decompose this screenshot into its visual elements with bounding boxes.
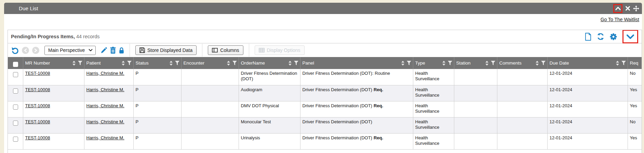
col-header-encounter[interactable]: Encounter xyxy=(181,57,239,69)
filter-icon[interactable] xyxy=(294,61,298,65)
col-header-due-date[interactable]: Due Date xyxy=(547,57,628,69)
req-cell: No xyxy=(628,117,642,133)
encounter-cell xyxy=(181,133,239,149)
refresh-icon[interactable] xyxy=(597,33,604,40)
sort-icon[interactable] xyxy=(616,61,619,66)
req-cell: Yes xyxy=(628,133,642,149)
toolbar: Main Perspective Store Displayed Data Co… xyxy=(8,43,642,57)
panel-cell: Driver Fitness Determination (DOT): Rout… xyxy=(300,69,413,85)
patient-link[interactable]: Harris, Christine M. xyxy=(86,87,124,93)
move-icon[interactable] xyxy=(633,5,639,12)
columns-icon xyxy=(212,48,218,53)
mr-number-link[interactable]: TEST-10008 xyxy=(25,103,50,108)
sort-icon[interactable] xyxy=(485,61,488,66)
col-header-type[interactable]: Type xyxy=(413,57,454,69)
toolbar-divider xyxy=(130,44,130,57)
col-header-patient[interactable]: Patient xyxy=(84,57,133,69)
due-date-cell: 12-01-2024 xyxy=(547,69,628,85)
filter-icon[interactable] xyxy=(541,61,546,65)
new-document-icon[interactable] xyxy=(585,33,591,41)
row-checkbox[interactable] xyxy=(13,88,18,94)
table-row: TEST-10008 Harris, Christine M. P DMV DO… xyxy=(8,101,642,117)
req-cell: Yes xyxy=(628,85,642,101)
filter-icon[interactable] xyxy=(78,61,82,65)
row-checkbox[interactable] xyxy=(13,121,18,126)
col-header-panel[interactable]: Panel xyxy=(300,57,413,69)
select-all-header[interactable] xyxy=(8,57,23,69)
row-checkbox[interactable] xyxy=(13,137,18,142)
sort-icon[interactable] xyxy=(227,61,230,66)
go-to-waitlist-link[interactable]: Go To The Waitlist xyxy=(601,17,639,22)
mr-number-link[interactable]: TEST-10008 xyxy=(25,71,50,76)
filter-icon[interactable] xyxy=(232,61,237,65)
patient-link[interactable]: Harris, Christine M. xyxy=(86,119,124,125)
columns-button[interactable]: Columns xyxy=(208,45,243,55)
patient-link[interactable]: Harris, Christine M. xyxy=(86,103,124,109)
sort-icon[interactable] xyxy=(289,61,292,66)
due-date-cell: 12-01-2024 xyxy=(547,101,628,117)
mr-number-link[interactable]: TEST-10008 xyxy=(25,87,50,92)
sort-icon[interactable] xyxy=(122,61,125,66)
col-header-req[interactable]: Req xyxy=(628,57,642,69)
perspective-select[interactable]: Main Perspective xyxy=(44,46,96,55)
mr-number-link[interactable]: TEST-10008 xyxy=(25,135,50,140)
encounter-cell xyxy=(181,85,239,101)
gear-icon[interactable] xyxy=(610,33,617,40)
expand-highlight-box xyxy=(622,30,638,43)
toolbar-divider xyxy=(249,44,249,57)
section-title: Pending/In Progress Items,44 records xyxy=(11,34,99,39)
undo-icon[interactable] xyxy=(12,47,19,54)
row-checkbox[interactable] xyxy=(13,105,18,110)
station-cell xyxy=(454,101,497,117)
due-list-table: MR Number Patient Status Encounter Order… xyxy=(8,57,642,150)
store-displayed-data-button[interactable]: Store Displayed Data xyxy=(135,45,197,55)
filter-icon[interactable] xyxy=(621,61,626,65)
patient-link[interactable]: Harris, Christine M. xyxy=(86,135,124,141)
toolbar-divider xyxy=(202,44,202,57)
filter-icon[interactable] xyxy=(175,61,179,65)
save-floppy-icon xyxy=(139,47,145,53)
sort-icon[interactable] xyxy=(536,61,539,66)
col-header-ordername[interactable]: OrderName xyxy=(239,57,300,69)
due-list-panel: Due List Go To The Waitlist Pending/In P… xyxy=(4,3,642,153)
chevron-up-icon[interactable] xyxy=(615,6,621,10)
prev-icon[interactable] xyxy=(22,47,29,54)
next-icon[interactable] xyxy=(32,47,39,54)
select-all-checkbox[interactable] xyxy=(13,62,18,67)
comments-cell xyxy=(497,101,547,117)
ordername-cell: DMV DOT Physical xyxy=(239,101,300,117)
col-header-station[interactable]: Station xyxy=(454,57,497,69)
col-header-mr-number[interactable]: MR Number xyxy=(23,57,84,69)
mr-number-link[interactable]: TEST-10008 xyxy=(25,119,50,124)
req-cell: No xyxy=(628,69,642,85)
display-options-label: Display Options xyxy=(267,47,300,53)
chevron-down-icon[interactable] xyxy=(627,34,634,39)
col-header-comments[interactable]: Comments xyxy=(497,57,547,69)
filter-icon[interactable] xyxy=(448,61,452,65)
patient-link[interactable]: Harris, Christine M. xyxy=(86,71,124,76)
sort-icon[interactable] xyxy=(401,61,404,66)
sort-icon[interactable] xyxy=(442,61,445,66)
select-chevron-icon xyxy=(89,49,93,52)
due-date-cell: 12-01-2024 xyxy=(547,133,628,149)
display-options-button: Display Options xyxy=(255,45,305,55)
trash-icon[interactable] xyxy=(110,47,116,54)
close-icon[interactable] xyxy=(626,6,630,11)
columns-button-label: Columns xyxy=(220,47,239,53)
sort-icon[interactable] xyxy=(72,61,76,66)
filter-icon[interactable] xyxy=(127,61,132,65)
panel-cell: Driver Fitness Determination (DOT)Req. xyxy=(300,133,413,149)
station-cell xyxy=(454,133,497,149)
col-header-status[interactable]: Status xyxy=(133,57,181,69)
pencil-icon[interactable] xyxy=(100,47,107,54)
filter-icon[interactable] xyxy=(491,61,495,65)
sort-icon[interactable] xyxy=(170,61,173,66)
lock-icon[interactable] xyxy=(119,47,124,54)
station-cell xyxy=(454,85,497,101)
type-cell: Health Surveillance xyxy=(413,133,454,149)
type-cell: Health Surveillance xyxy=(413,117,454,133)
filter-icon[interactable] xyxy=(407,61,411,65)
grid-icon xyxy=(259,48,265,53)
row-checkbox[interactable] xyxy=(13,72,18,77)
type-cell: Health Surveillance xyxy=(413,85,454,101)
